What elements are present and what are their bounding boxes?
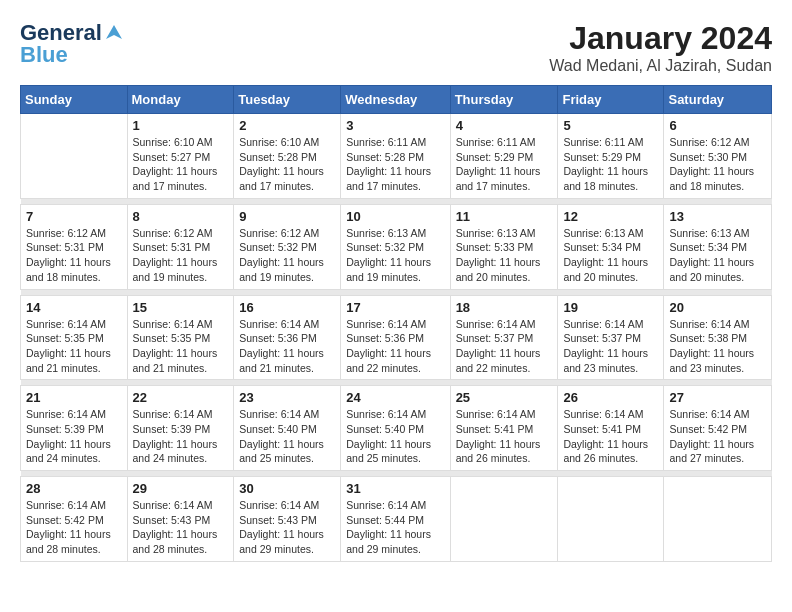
day-number: 13 (669, 209, 766, 224)
calendar-cell: 17Sunrise: 6:14 AM Sunset: 5:36 PM Dayli… (341, 295, 450, 380)
calendar-cell: 26Sunrise: 6:14 AM Sunset: 5:41 PM Dayli… (558, 386, 664, 471)
day-info: Sunrise: 6:14 AM Sunset: 5:40 PM Dayligh… (346, 407, 444, 466)
day-info: Sunrise: 6:13 AM Sunset: 5:34 PM Dayligh… (669, 226, 766, 285)
day-info: Sunrise: 6:14 AM Sunset: 5:39 PM Dayligh… (133, 407, 229, 466)
day-info: Sunrise: 6:11 AM Sunset: 5:29 PM Dayligh… (563, 135, 658, 194)
calendar-week-row: 28Sunrise: 6:14 AM Sunset: 5:42 PM Dayli… (21, 477, 772, 562)
day-number: 2 (239, 118, 335, 133)
calendar-cell: 5Sunrise: 6:11 AM Sunset: 5:29 PM Daylig… (558, 114, 664, 199)
calendar-cell: 2Sunrise: 6:10 AM Sunset: 5:28 PM Daylig… (234, 114, 341, 199)
day-number: 5 (563, 118, 658, 133)
day-number: 21 (26, 390, 122, 405)
day-number: 23 (239, 390, 335, 405)
calendar-cell: 1Sunrise: 6:10 AM Sunset: 5:27 PM Daylig… (127, 114, 234, 199)
calendar-cell: 13Sunrise: 6:13 AM Sunset: 5:34 PM Dayli… (664, 204, 772, 289)
day-number: 27 (669, 390, 766, 405)
day-info: Sunrise: 6:14 AM Sunset: 5:44 PM Dayligh… (346, 498, 444, 557)
header-saturday: Saturday (664, 86, 772, 114)
day-number: 29 (133, 481, 229, 496)
day-number: 17 (346, 300, 444, 315)
day-info: Sunrise: 6:12 AM Sunset: 5:30 PM Dayligh… (669, 135, 766, 194)
day-info: Sunrise: 6:14 AM Sunset: 5:38 PM Dayligh… (669, 317, 766, 376)
title-block: January 2024 Wad Medani, Al Jazirah, Sud… (549, 20, 772, 75)
day-info: Sunrise: 6:10 AM Sunset: 5:27 PM Dayligh… (133, 135, 229, 194)
calendar-table: SundayMondayTuesdayWednesdayThursdayFrid… (20, 85, 772, 562)
day-info: Sunrise: 6:14 AM Sunset: 5:37 PM Dayligh… (456, 317, 553, 376)
calendar-cell: 14Sunrise: 6:14 AM Sunset: 5:35 PM Dayli… (21, 295, 128, 380)
calendar-cell: 21Sunrise: 6:14 AM Sunset: 5:39 PM Dayli… (21, 386, 128, 471)
day-number: 8 (133, 209, 229, 224)
day-number: 4 (456, 118, 553, 133)
calendar-cell: 19Sunrise: 6:14 AM Sunset: 5:37 PM Dayli… (558, 295, 664, 380)
logo-blue: Blue (20, 42, 68, 68)
calendar-cell: 10Sunrise: 6:13 AM Sunset: 5:32 PM Dayli… (341, 204, 450, 289)
calendar-cell: 16Sunrise: 6:14 AM Sunset: 5:36 PM Dayli… (234, 295, 341, 380)
day-number: 6 (669, 118, 766, 133)
day-info: Sunrise: 6:12 AM Sunset: 5:31 PM Dayligh… (26, 226, 122, 285)
calendar-cell: 4Sunrise: 6:11 AM Sunset: 5:29 PM Daylig… (450, 114, 558, 199)
day-number: 28 (26, 481, 122, 496)
day-info: Sunrise: 6:13 AM Sunset: 5:32 PM Dayligh… (346, 226, 444, 285)
calendar-header-row: SundayMondayTuesdayWednesdayThursdayFrid… (21, 86, 772, 114)
header-sunday: Sunday (21, 86, 128, 114)
day-number: 12 (563, 209, 658, 224)
calendar-cell: 15Sunrise: 6:14 AM Sunset: 5:35 PM Dayli… (127, 295, 234, 380)
calendar-cell: 8Sunrise: 6:12 AM Sunset: 5:31 PM Daylig… (127, 204, 234, 289)
day-number: 15 (133, 300, 229, 315)
header-wednesday: Wednesday (341, 86, 450, 114)
day-number: 18 (456, 300, 553, 315)
calendar-cell: 30Sunrise: 6:14 AM Sunset: 5:43 PM Dayli… (234, 477, 341, 562)
calendar-cell: 23Sunrise: 6:14 AM Sunset: 5:40 PM Dayli… (234, 386, 341, 471)
calendar-cell: 20Sunrise: 6:14 AM Sunset: 5:38 PM Dayli… (664, 295, 772, 380)
day-number: 25 (456, 390, 553, 405)
day-number: 22 (133, 390, 229, 405)
day-number: 10 (346, 209, 444, 224)
day-info: Sunrise: 6:14 AM Sunset: 5:36 PM Dayligh… (346, 317, 444, 376)
calendar-cell: 31Sunrise: 6:14 AM Sunset: 5:44 PM Dayli… (341, 477, 450, 562)
header-thursday: Thursday (450, 86, 558, 114)
calendar-week-row: 1Sunrise: 6:10 AM Sunset: 5:27 PM Daylig… (21, 114, 772, 199)
day-number: 3 (346, 118, 444, 133)
page-header: General Blue January 2024 Wad Medani, Al… (20, 20, 772, 75)
day-info: Sunrise: 6:14 AM Sunset: 5:42 PM Dayligh… (26, 498, 122, 557)
calendar-cell: 18Sunrise: 6:14 AM Sunset: 5:37 PM Dayli… (450, 295, 558, 380)
day-info: Sunrise: 6:14 AM Sunset: 5:42 PM Dayligh… (669, 407, 766, 466)
calendar-cell: 6Sunrise: 6:12 AM Sunset: 5:30 PM Daylig… (664, 114, 772, 199)
calendar-cell: 7Sunrise: 6:12 AM Sunset: 5:31 PM Daylig… (21, 204, 128, 289)
calendar-cell: 25Sunrise: 6:14 AM Sunset: 5:41 PM Dayli… (450, 386, 558, 471)
calendar-cell (21, 114, 128, 199)
day-info: Sunrise: 6:11 AM Sunset: 5:29 PM Dayligh… (456, 135, 553, 194)
calendar-cell: 12Sunrise: 6:13 AM Sunset: 5:34 PM Dayli… (558, 204, 664, 289)
calendar-week-row: 7Sunrise: 6:12 AM Sunset: 5:31 PM Daylig… (21, 204, 772, 289)
day-info: Sunrise: 6:12 AM Sunset: 5:32 PM Dayligh… (239, 226, 335, 285)
calendar-week-row: 21Sunrise: 6:14 AM Sunset: 5:39 PM Dayli… (21, 386, 772, 471)
header-friday: Friday (558, 86, 664, 114)
day-info: Sunrise: 6:14 AM Sunset: 5:40 PM Dayligh… (239, 407, 335, 466)
location-title: Wad Medani, Al Jazirah, Sudan (549, 57, 772, 75)
calendar-cell: 9Sunrise: 6:12 AM Sunset: 5:32 PM Daylig… (234, 204, 341, 289)
day-info: Sunrise: 6:14 AM Sunset: 5:37 PM Dayligh… (563, 317, 658, 376)
day-number: 11 (456, 209, 553, 224)
day-number: 14 (26, 300, 122, 315)
day-info: Sunrise: 6:13 AM Sunset: 5:33 PM Dayligh… (456, 226, 553, 285)
calendar-cell: 24Sunrise: 6:14 AM Sunset: 5:40 PM Dayli… (341, 386, 450, 471)
day-number: 9 (239, 209, 335, 224)
day-number: 26 (563, 390, 658, 405)
day-info: Sunrise: 6:14 AM Sunset: 5:35 PM Dayligh… (26, 317, 122, 376)
day-info: Sunrise: 6:14 AM Sunset: 5:36 PM Dayligh… (239, 317, 335, 376)
calendar-cell (450, 477, 558, 562)
logo: General Blue (20, 20, 126, 68)
day-info: Sunrise: 6:14 AM Sunset: 5:43 PM Dayligh… (133, 498, 229, 557)
day-info: Sunrise: 6:14 AM Sunset: 5:39 PM Dayligh… (26, 407, 122, 466)
day-number: 20 (669, 300, 766, 315)
calendar-cell: 28Sunrise: 6:14 AM Sunset: 5:42 PM Dayli… (21, 477, 128, 562)
calendar-cell: 27Sunrise: 6:14 AM Sunset: 5:42 PM Dayli… (664, 386, 772, 471)
day-number: 30 (239, 481, 335, 496)
header-tuesday: Tuesday (234, 86, 341, 114)
day-number: 1 (133, 118, 229, 133)
day-number: 7 (26, 209, 122, 224)
day-number: 31 (346, 481, 444, 496)
day-info: Sunrise: 6:14 AM Sunset: 5:43 PM Dayligh… (239, 498, 335, 557)
calendar-week-row: 14Sunrise: 6:14 AM Sunset: 5:35 PM Dayli… (21, 295, 772, 380)
month-title: January 2024 (549, 20, 772, 57)
